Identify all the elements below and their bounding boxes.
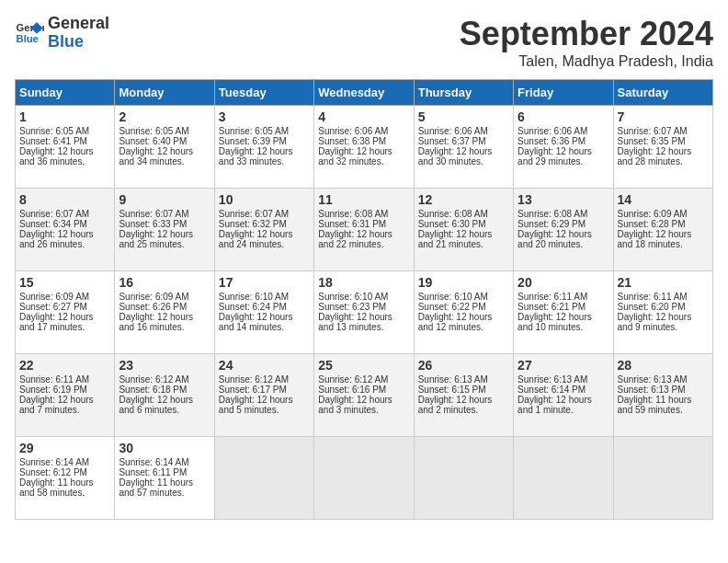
day-number: 24 [219, 358, 310, 373]
calendar-cell: 21 Sunrise: 6:11 AM Sunset: 6:20 PM Dayl… [613, 271, 712, 354]
day-number: 18 [318, 275, 409, 290]
sunrise-label: Sunrise: 6:06 AM [418, 126, 488, 136]
calendar-week-row: 22 Sunrise: 6:11 AM Sunset: 6:19 PM Dayl… [16, 354, 713, 437]
sunset-label: Sunset: 6:16 PM [318, 385, 386, 395]
sunrise-label: Sunrise: 6:06 AM [518, 126, 587, 136]
daylight-label: Daylight: 12 hours and 1 minute. [518, 395, 592, 415]
day-number: 29 [19, 441, 110, 455]
calendar-cell: 28 Sunrise: 6:13 AM Sunset: 6:13 PM Dayl… [613, 354, 712, 437]
daylight-label: Daylight: 12 hours and 25 minutes. [119, 229, 193, 249]
day-number: 9 [119, 192, 210, 207]
sunset-label: Sunset: 6:26 PM [119, 302, 187, 312]
col-tuesday: Tuesday [214, 80, 313, 106]
sunset-label: Sunset: 6:28 PM [618, 219, 686, 229]
calendar-week-row: 15 Sunrise: 6:09 AM Sunset: 6:27 PM Dayl… [16, 271, 713, 354]
sunrise-label: Sunrise: 6:05 AM [119, 126, 188, 136]
sunrise-label: Sunrise: 6:08 AM [518, 209, 587, 219]
main-title: September 2024 [460, 15, 713, 53]
sunrise-label: Sunrise: 6:08 AM [418, 209, 488, 219]
sunrise-label: Sunrise: 6:11 AM [518, 292, 587, 302]
daylight-label: Daylight: 12 hours and 33 minutes. [219, 146, 293, 167]
day-number: 6 [518, 109, 609, 124]
calendar-cell: 22 Sunrise: 6:11 AM Sunset: 6:19 PM Dayl… [16, 354, 115, 437]
sunrise-label: Sunrise: 6:14 AM [19, 457, 89, 467]
day-number: 1 [19, 109, 110, 124]
sunrise-label: Sunrise: 6:06 AM [318, 126, 388, 136]
day-number: 22 [19, 358, 110, 373]
daylight-label: Daylight: 12 hours and 9 minutes. [618, 312, 692, 332]
sunrise-label: Sunrise: 6:12 AM [219, 374, 289, 385]
day-number: 4 [318, 109, 409, 124]
daylight-label: Daylight: 12 hours and 34 minutes. [119, 146, 193, 167]
calendar-cell: 7 Sunrise: 6:07 AM Sunset: 6:35 PM Dayli… [613, 106, 712, 189]
calendar-cell: 5 Sunrise: 6:06 AM Sunset: 6:37 PM Dayli… [414, 106, 513, 189]
daylight-label: Daylight: 12 hours and 16 minutes. [119, 312, 193, 332]
daylight-label: Daylight: 12 hours and 5 minutes. [219, 395, 293, 415]
sunrise-label: Sunrise: 6:10 AM [418, 292, 488, 302]
day-number: 30 [119, 441, 210, 455]
daylight-label: Daylight: 12 hours and 30 minutes. [418, 146, 493, 167]
calendar-cell: 2 Sunrise: 6:05 AM Sunset: 6:40 PM Dayli… [115, 106, 214, 189]
sunrise-label: Sunrise: 6:13 AM [518, 374, 587, 385]
sunset-label: Sunset: 6:37 PM [418, 136, 486, 146]
calendar-cell [514, 437, 613, 520]
calendar-cell: 30 Sunrise: 6:14 AM Sunset: 6:11 PM Dayl… [115, 437, 214, 520]
calendar-cell: 6 Sunrise: 6:06 AM Sunset: 6:36 PM Dayli… [514, 106, 613, 189]
calendar-cell: 11 Sunrise: 6:08 AM Sunset: 6:31 PM Dayl… [314, 189, 414, 271]
calendar-cell: 1 Sunrise: 6:05 AM Sunset: 6:41 PM Dayli… [16, 106, 115, 189]
sunset-label: Sunset: 6:19 PM [19, 385, 87, 395]
calendar-cell: 26 Sunrise: 6:13 AM Sunset: 6:15 PM Dayl… [414, 354, 513, 437]
calendar-week-row: 29 Sunrise: 6:14 AM Sunset: 6:12 PM Dayl… [16, 437, 713, 520]
sunset-label: Sunset: 6:33 PM [119, 219, 187, 229]
daylight-label: Daylight: 11 hours and 58 minutes. [19, 477, 94, 498]
title-area: September 2024 Talen, Madhya Pradesh, In… [460, 15, 713, 70]
sunset-label: Sunset: 6:39 PM [219, 136, 287, 146]
calendar-cell: 9 Sunrise: 6:07 AM Sunset: 6:33 PM Dayli… [115, 189, 214, 271]
calendar-cell: 20 Sunrise: 6:11 AM Sunset: 6:21 PM Dayl… [514, 271, 613, 354]
day-number: 10 [219, 192, 310, 207]
sunset-label: Sunset: 6:14 PM [518, 385, 586, 395]
daylight-label: Daylight: 12 hours and 28 minutes. [618, 146, 692, 167]
sunrise-label: Sunrise: 6:09 AM [119, 292, 188, 302]
sunset-label: Sunset: 6:34 PM [19, 219, 87, 229]
day-number: 17 [219, 275, 310, 290]
day-number: 12 [418, 192, 509, 207]
daylight-label: Daylight: 12 hours and 21 minutes. [418, 229, 493, 249]
calendar-cell [214, 437, 313, 520]
sunrise-label: Sunrise: 6:10 AM [318, 292, 388, 302]
col-thursday: Thursday [414, 80, 513, 106]
day-number: 15 [19, 275, 110, 290]
header-row: Sunday Monday Tuesday Wednesday Thursday… [16, 80, 713, 106]
sunset-label: Sunset: 6:31 PM [318, 219, 386, 229]
sunset-label: Sunset: 6:36 PM [518, 136, 586, 146]
calendar-cell [414, 437, 513, 520]
calendar-cell: 13 Sunrise: 6:08 AM Sunset: 6:29 PM Dayl… [514, 189, 613, 271]
day-number: 23 [119, 358, 210, 373]
sunset-label: Sunset: 6:15 PM [418, 385, 486, 395]
calendar-cell: 12 Sunrise: 6:08 AM Sunset: 6:30 PM Dayl… [414, 189, 513, 271]
calendar-cell: 15 Sunrise: 6:09 AM Sunset: 6:27 PM Dayl… [16, 271, 115, 354]
calendar-cell: 27 Sunrise: 6:13 AM Sunset: 6:14 PM Dayl… [514, 354, 613, 437]
day-number: 13 [518, 192, 609, 207]
sunset-label: Sunset: 6:21 PM [518, 302, 586, 312]
calendar-cell: 17 Sunrise: 6:10 AM Sunset: 6:24 PM Dayl… [214, 271, 313, 354]
sunset-label: Sunset: 6:38 PM [318, 136, 386, 146]
sunrise-label: Sunrise: 6:07 AM [219, 209, 289, 219]
sunrise-label: Sunrise: 6:11 AM [19, 374, 89, 385]
sunset-label: Sunset: 6:11 PM [119, 467, 187, 477]
sunrise-label: Sunrise: 6:09 AM [19, 292, 89, 302]
calendar-cell: 24 Sunrise: 6:12 AM Sunset: 6:17 PM Dayl… [214, 354, 313, 437]
daylight-label: Daylight: 12 hours and 24 minutes. [219, 229, 293, 249]
sunset-label: Sunset: 6:29 PM [518, 219, 586, 229]
daylight-label: Daylight: 12 hours and 7 minutes. [19, 395, 94, 415]
daylight-label: Daylight: 12 hours and 32 minutes. [318, 146, 392, 167]
logo-text: General Blue [48, 15, 109, 52]
daylight-label: Daylight: 12 hours and 20 minutes. [518, 229, 592, 249]
sunset-label: Sunset: 6:35 PM [618, 136, 686, 146]
sunrise-label: Sunrise: 6:07 AM [618, 126, 688, 136]
sunset-label: Sunset: 6:27 PM [19, 302, 87, 312]
daylight-label: Daylight: 12 hours and 26 minutes. [19, 229, 94, 249]
sunrise-label: Sunrise: 6:05 AM [19, 126, 89, 136]
sunset-label: Sunset: 6:41 PM [19, 136, 87, 146]
calendar-cell: 25 Sunrise: 6:12 AM Sunset: 6:16 PM Dayl… [314, 354, 414, 437]
